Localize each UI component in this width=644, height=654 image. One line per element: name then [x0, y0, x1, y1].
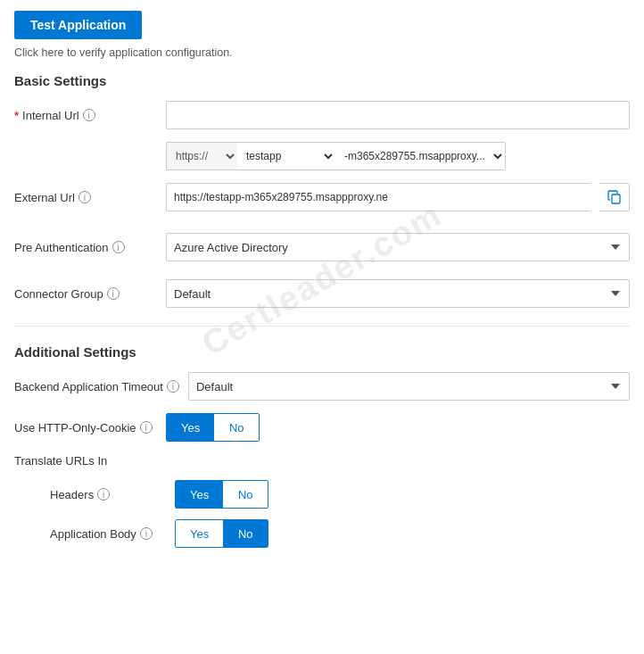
translate-headers-no-button[interactable]: No — [223, 481, 268, 508]
http-only-cookie-toggle: Yes No — [166, 413, 260, 442]
pre-auth-label: Pre Authentication i — [14, 241, 157, 254]
basic-settings-title: Basic Settings — [14, 73, 630, 88]
translate-app-body-row: Application Body i Yes No — [14, 519, 630, 548]
backend-timeout-info-icon[interactable]: i — [167, 380, 179, 393]
translate-headers-label-text: Headers — [50, 488, 94, 501]
internal-url-input[interactable] — [166, 101, 630, 129]
connector-group-select[interactable]: Default — [166, 279, 630, 308]
internal-url-info-icon[interactable]: i — [83, 109, 95, 121]
subtitle-text: Click here to verify application configu… — [14, 46, 630, 59]
translate-app-body-label: Application Body i — [50, 527, 166, 541]
connector-group-row: Connector Group i Default — [14, 279, 630, 308]
translate-urls-section: Translate URLs In Headers i Yes No Appli… — [14, 454, 630, 548]
connector-group-info-icon[interactable]: i — [107, 287, 120, 300]
external-url-input[interactable] — [166, 183, 590, 211]
translate-app-body-yes-button[interactable]: Yes — [176, 520, 223, 547]
translate-headers-row: Headers i Yes No — [14, 480, 630, 509]
additional-settings-title: Additional Settings — [14, 344, 630, 360]
url-app-select[interactable]: testapp — [237, 142, 335, 170]
backend-timeout-label-text: Backend Application Timeout — [14, 380, 163, 393]
translate-app-body-no-button[interactable]: No — [223, 520, 268, 547]
translate-app-body-label-text: Application Body — [50, 527, 136, 541]
pre-auth-info-icon[interactable]: i — [112, 241, 125, 253]
connector-group-label-text: Connector Group — [14, 287, 103, 301]
test-application-button[interactable]: Test Application — [14, 11, 142, 39]
http-only-cookie-no-button[interactable]: No — [214, 414, 259, 441]
backend-timeout-select[interactable]: Default Long — [188, 372, 630, 401]
internal-url-row: * Internal Url i — [14, 101, 630, 129]
translate-app-body-toggle: Yes No — [175, 519, 268, 548]
url-builder-row: https:// http:// testapp -m365x289755.ms… — [14, 142, 630, 170]
connector-group-label: Connector Group i — [14, 287, 157, 301]
http-only-cookie-label: Use HTTP-Only-Cookie i — [14, 421, 157, 435]
external-url-label-text: External Url — [14, 191, 75, 204]
url-domain-select[interactable]: -m365x289755.msappproxy... — [335, 142, 506, 170]
internal-url-label: * Internal Url i — [14, 109, 157, 122]
required-indicator: * — [14, 109, 19, 122]
svg-rect-0 — [612, 195, 620, 203]
http-only-cookie-info-icon[interactable]: i — [140, 421, 153, 434]
translate-urls-title-row: Translate URLs In — [14, 454, 630, 468]
translate-headers-info-icon[interactable]: i — [97, 488, 110, 501]
http-only-cookie-label-text: Use HTTP-Only-Cookie — [14, 421, 136, 435]
translate-headers-yes-button[interactable]: Yes — [176, 481, 223, 508]
section-divider — [14, 326, 630, 327]
translate-urls-title-label: Translate URLs In — [14, 454, 157, 468]
http-only-cookie-yes-button[interactable]: Yes — [167, 414, 214, 441]
http-only-cookie-row: Use HTTP-Only-Cookie i Yes No — [14, 413, 630, 442]
backend-timeout-label: Backend Application Timeout i — [14, 380, 179, 393]
pre-auth-label-text: Pre Authentication — [14, 241, 109, 254]
translate-urls-title-text: Translate URLs In — [14, 454, 107, 468]
url-scheme-select[interactable]: https:// http:// — [166, 142, 237, 170]
pre-auth-row: Pre Authentication i Azure Active Direct… — [14, 233, 630, 261]
copy-external-url-button[interactable] — [599, 183, 630, 211]
external-url-row: External Url i — [14, 183, 630, 211]
external-url-info-icon[interactable]: i — [78, 191, 91, 203]
translate-headers-label: Headers i — [50, 488, 166, 501]
internal-url-label-text: Internal Url — [22, 109, 79, 122]
translate-app-body-info-icon[interactable]: i — [140, 527, 153, 540]
backend-timeout-row: Backend Application Timeout i Default Lo… — [14, 372, 630, 401]
external-url-label: External Url i — [14, 191, 157, 204]
url-builder-group: https:// http:// testapp -m365x289755.ms… — [166, 142, 630, 170]
translate-headers-toggle: Yes No — [175, 480, 268, 509]
pre-auth-select[interactable]: Azure Active Directory Passthrough — [166, 233, 630, 261]
